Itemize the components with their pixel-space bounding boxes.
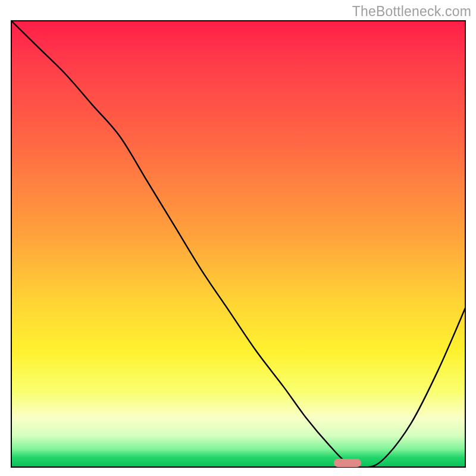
line-plot	[11, 20, 466, 468]
optimal-marker	[334, 459, 361, 467]
chart-container	[11, 20, 466, 468]
watermark-text: TheBottleneck.com	[352, 4, 471, 20]
bottleneck-curve	[11, 20, 466, 468]
